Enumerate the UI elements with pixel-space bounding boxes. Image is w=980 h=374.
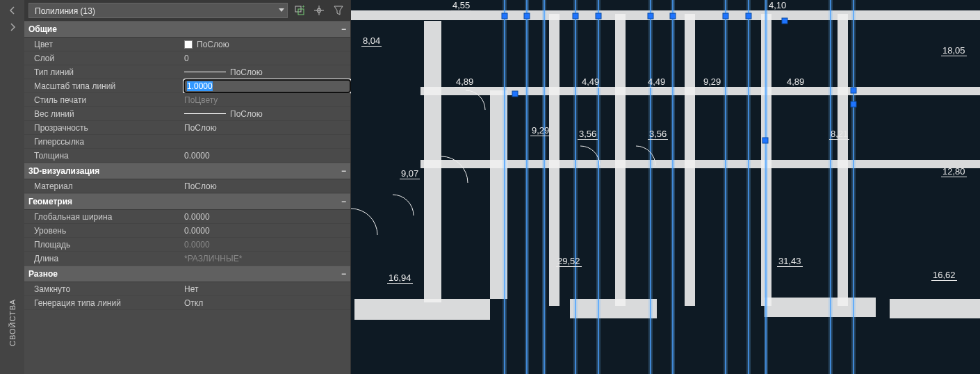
chevron-down-icon <box>279 8 284 12</box>
prop-label: Уровень <box>24 226 184 236</box>
prop-ltgen[interactable]: Генерация типа линий Откл <box>24 296 350 310</box>
panel-header: Полилиния (13) + <box>24 0 350 21</box>
prop-transparency[interactable]: Прозрачность ПоСлою <box>24 121 350 135</box>
prop-label: Вес линий <box>24 109 184 119</box>
prop-area[interactable]: Площадь 0.0000 <box>24 238 350 252</box>
section-misc[interactable]: Разное − <box>24 266 350 282</box>
properties-panel: Полилиния (13) + Общие − Цвет ПоСлою Сло… <box>24 0 351 374</box>
prop-elevation[interactable]: Уровень 0.0000 <box>24 224 350 238</box>
prop-label: Тип линий <box>24 67 184 77</box>
svg-rect-31 <box>573 13 578 19</box>
prop-length[interactable]: Длина *РАЗЛИЧНЫЕ* <box>24 252 350 266</box>
prop-label: Генерация типа линий <box>24 298 184 308</box>
prop-value: 0.0000 <box>184 240 210 250</box>
collapse-icon: − <box>341 197 346 206</box>
svg-rect-36 <box>746 13 751 19</box>
selection-dropdown-label: Полилиния (13) <box>35 6 95 16</box>
collapse-icon: − <box>341 166 346 176</box>
prop-label: Слой <box>24 54 184 63</box>
collapse-icon: − <box>341 269 346 279</box>
prop-ltscale[interactable]: Масштаб типа линий <box>24 79 350 93</box>
prop-value: ПоСлою <box>230 109 263 119</box>
prop-label: Цвет <box>24 40 184 49</box>
prop-value: *РАЗЛИЧНЫЕ* <box>184 254 242 263</box>
line-sample-icon <box>184 113 226 114</box>
prop-value: ПоСлою <box>184 123 217 133</box>
prop-material[interactable]: Материал ПоСлою <box>24 179 350 193</box>
svg-rect-33 <box>648 13 653 19</box>
svg-rect-40 <box>782 18 787 24</box>
ltscale-input[interactable] <box>184 80 350 92</box>
prop-label: Масштаб типа линий <box>24 81 184 91</box>
vertical-tab-bar[interactable]: СВОЙСТВА <box>0 0 24 374</box>
prop-value: Откл <box>184 298 203 308</box>
prop-value: Нет <box>184 284 198 294</box>
prop-thickness[interactable]: Толщина 0.0000 <box>24 149 350 163</box>
locate-icon[interactable] <box>311 3 327 18</box>
section-title: Разное <box>28 269 58 279</box>
svg-rect-38 <box>851 88 856 93</box>
prop-value: 0.0000 <box>184 226 210 236</box>
svg-rect-39 <box>851 101 856 107</box>
prop-label: Толщина <box>24 151 184 161</box>
prop-label: Площадь <box>24 240 184 250</box>
prop-value: 0.0000 <box>184 151 210 161</box>
panel-title-vertical: СВОЙСТВА <box>8 292 17 353</box>
section-title: Геометрия <box>28 197 72 206</box>
prop-label: Прозрачность <box>24 123 184 133</box>
svg-rect-35 <box>723 13 728 19</box>
svg-rect-30 <box>524 13 530 19</box>
drawing-canvas[interactable]: 4,554,108,0418,054,894,494,499,294,899,2… <box>351 0 980 374</box>
prop-lineweight[interactable]: Вес линий ПоСлою <box>24 107 350 121</box>
prop-label: Стиль печати <box>24 95 184 105</box>
prop-plotstyle[interactable]: Стиль печати ПоЦвету <box>24 93 350 107</box>
section-title: Общие <box>28 24 57 34</box>
section-geometry[interactable]: Геометрия − <box>24 193 350 210</box>
prop-value: ПоСлою <box>230 67 263 77</box>
prop-label: Гиперссылка <box>24 137 184 147</box>
toggle-pim-icon[interactable]: + <box>292 3 307 18</box>
collapse-icon: − <box>341 24 346 34</box>
svg-rect-37 <box>762 138 768 143</box>
selection-dropdown[interactable]: Полилиния (13) <box>28 3 288 18</box>
prop-value: ПоСлою <box>184 181 217 191</box>
prop-value: 0 <box>184 54 189 63</box>
prop-hyperlink[interactable]: Гиперссылка <box>24 135 350 149</box>
prop-label: Длина <box>24 254 184 263</box>
prop-linetype[interactable]: Тип линий ПоСлою <box>24 65 350 79</box>
floor-plan-drawing <box>351 0 980 374</box>
section-general[interactable]: Общие − <box>24 21 350 38</box>
prop-value: 0.0000 <box>184 212 210 222</box>
svg-rect-32 <box>596 13 601 19</box>
prop-label: Замкнуто <box>24 284 184 294</box>
prop-global-width[interactable]: Глобальная ширина 0.0000 <box>24 210 350 224</box>
toggle-arrow-left-icon[interactable] <box>6 4 19 17</box>
svg-text:+: + <box>302 5 305 10</box>
quick-select-icon[interactable] <box>331 3 346 18</box>
svg-rect-41 <box>512 91 518 97</box>
prop-value: ПоЦвету <box>184 95 218 105</box>
prop-label: Глобальная ширина <box>24 212 184 222</box>
section-title: 3D-визуализация <box>28 166 99 176</box>
toggle-arrow-right-icon[interactable] <box>6 21 19 33</box>
prop-value: ПоСлою <box>197 40 229 49</box>
svg-rect-34 <box>670 13 676 19</box>
color-swatch-icon <box>184 40 193 49</box>
prop-label: Материал <box>24 181 184 191</box>
section-3d[interactable]: 3D-визуализация − <box>24 163 350 179</box>
prop-closed[interactable]: Замкнуто Нет <box>24 282 350 296</box>
line-sample-icon <box>184 72 226 72</box>
svg-rect-29 <box>502 13 507 19</box>
prop-color[interactable]: Цвет ПоСлою <box>24 38 350 51</box>
prop-layer[interactable]: Слой 0 <box>24 51 350 65</box>
